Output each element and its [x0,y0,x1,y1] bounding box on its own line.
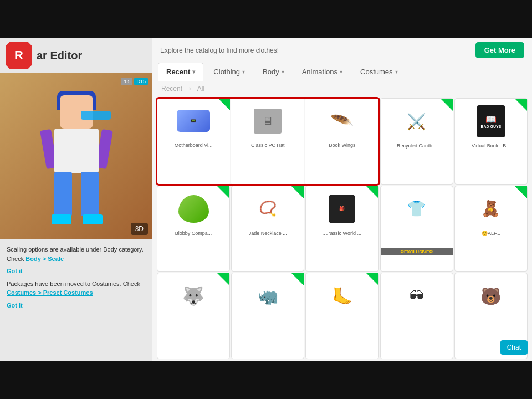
item-label-10: 😊ALF... [482,231,500,237]
avatar-right-leg [81,172,99,216]
catalog-item-9[interactable]: 👕 ⚙EXCLUSIVE⚙ [380,186,453,272]
chevron-down-icon: ▾ [340,69,342,75]
green-corner-icon [515,99,527,111]
tab-recent[interactable]: Recent ▾ [158,63,203,81]
right-panel: Explore the catalog to find more clothes… [152,38,532,361]
catalog-item-14[interactable]: 🕶 [380,273,453,359]
avatar-figure [40,90,112,223]
item-image-7: 📿 [248,190,287,228]
header-bar: R ar Editor [0,38,152,73]
green-corner-icon [441,99,453,111]
chevron-down-icon: ▾ [242,69,245,75]
item-label-7: Jade Necklace ... [249,231,287,237]
btn-3d[interactable]: 3D [131,223,148,235]
bear-icon: 🧸 [481,200,500,218]
item-label-8: Jurassic World ... [323,231,361,237]
catalog-item-2[interactable]: 🖥 Classic PC Hat [231,98,304,185]
catalog-item-12[interactable]: 🦏 [231,273,304,359]
catalog-item-5[interactable]: 📖 BAD GUYS Virtual Book - B... [454,98,528,185]
green-corner-icon [291,273,304,285]
item-image-6 [174,190,213,228]
avatar-goggles [81,111,111,120]
green-corner-icon [366,273,378,285]
item-label-3: Book Wings [329,142,355,149]
editor-title: ar Editor [37,49,82,62]
chat-button[interactable]: Chat [500,340,528,355]
book-icon: 📖 BAD GUYS [477,105,505,137]
green-corner-icon [366,186,378,198]
breadcrumb-all: All [197,85,204,93]
item-image-11: 🐺 [174,277,213,315]
blob-icon [178,195,209,223]
get-more-button[interactable]: Get More [475,42,524,58]
item-image-1: 📟 [174,101,213,140]
costumes-link[interactable]: Costumes > Preset Costumes [7,289,93,296]
catalog-item-4[interactable]: ⚔️ Recycled Cardb... [380,98,453,185]
explore-text: Explore the catalog to find more clothes… [160,47,279,54]
swords-icon: ⚔️ [407,112,426,131]
catalog-item-7[interactable]: 📿 Jade Necklace ... [231,186,304,272]
catalog-item-6[interactable]: Blobby Compa... [157,186,230,272]
roblox-logo: R [6,42,32,69]
item-image-9: 👕 [397,190,436,228]
black-bar-top [0,0,532,38]
motherboard-icon: 📟 [177,110,210,132]
exclusive-badge: ⚙EXCLUSIVE⚙ [381,248,453,255]
avatar-background [0,73,152,239]
avatar-left-leg [54,172,72,216]
body-scale-link[interactable]: Body > Scale [25,255,64,262]
got-it-button-1[interactable]: Got it [7,267,146,276]
green-corner-icon [291,186,304,198]
item-image-4: ⚔️ [397,102,436,141]
item-image-13: 🦶 [323,277,361,315]
avatar-badges: r05 R15 [121,78,148,85]
green-corner-icon [217,186,229,198]
bear2-icon: 🐻 [480,287,501,306]
item-label-5: Virtual Book - B... [472,143,510,149]
black-bar-bottom: Chat [0,361,532,399]
avatar-head [60,95,93,129]
item-label-2: Classic PC Hat [251,142,285,149]
catalog-item-13[interactable]: 🦶 [305,273,378,359]
catalog-item-10[interactable]: 🧸 😊ALF... [454,186,528,272]
item-image-10: 🧸 [472,190,510,228]
avatar-left-shoe [52,214,71,224]
item-image-15: 🐻 [472,277,510,315]
item-image-3: 🪶 [323,101,361,140]
green-corner-icon [218,98,230,110]
backpack-icon: 🎒 [329,195,355,223]
item-image-12: 🦏 [248,277,287,315]
breadcrumb-recent: Recent [161,85,182,93]
tab-costumes[interactable]: Costumes ▾ [352,63,406,80]
item-image-5: 📖 BAD GUYS [472,102,510,141]
item-image-14: 🕶 [397,277,436,315]
green-corner-icon [515,186,527,198]
got-it-button-2[interactable]: Got it [7,301,146,310]
wing-icon: 🪶 [330,109,354,133]
chevron-down-icon: ▾ [282,69,284,75]
claw-icon: 🦶 [332,287,352,306]
nav-tabs: Recent ▾ Clothing ▾ Body ▾ Animations ▾ … [152,63,532,81]
tab-body[interactable]: Body ▾ [255,63,292,80]
info-message-1: Scaling options are available under Body… [7,245,146,263]
glasses-icon: 🕶 [410,288,424,305]
top-header: Explore the catalog to find more clothes… [152,38,532,63]
item-label-4: Recycled Cardb... [397,143,437,149]
catalog-item-11[interactable]: 🐺 [157,273,230,359]
catalog-grid: 📟 Motherboard Vi... 🖥 Classic PC Hat 🪶 B… [152,96,532,361]
catalog-item-3[interactable]: 🪶 Book Wings [305,98,378,185]
badge-r15: R15 [134,78,148,85]
catalog-item-8[interactable]: 🎒 Jurassic World ... [305,186,378,272]
catalog-item-1[interactable]: 📟 Motherboard Vi... [157,98,230,185]
badge-r05: r05 [121,78,132,85]
tab-animations[interactable]: Animations ▾ [294,63,350,80]
item-label-1: Motherboard Vi... [175,142,213,149]
item-label-6: Blobby Compa... [175,231,212,237]
avatar-body [54,129,99,173]
breadcrumb: Recent › All [152,81,532,96]
tab-clothing[interactable]: Clothing ▾ [206,63,253,80]
breadcrumb-separator: › [188,85,191,93]
shirt-icon: 👕 [407,200,426,218]
green-corner-icon [217,273,229,285]
info-panel: Scaling options are available under Body… [0,239,152,315]
